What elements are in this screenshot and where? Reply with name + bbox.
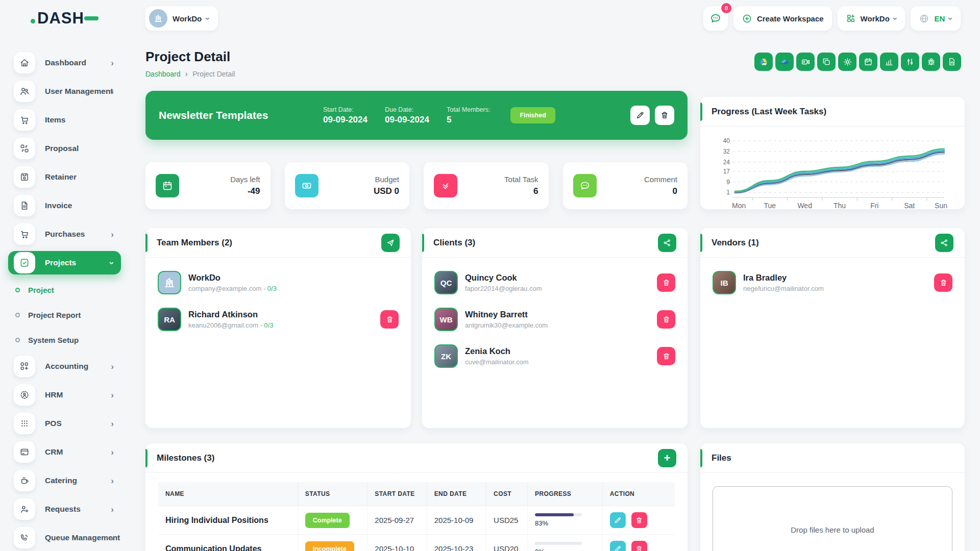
team-member-row: WorkDo company@example.com0/3 (158, 271, 399, 294)
calendar-button[interactable] (859, 53, 877, 71)
send-icon (386, 238, 395, 247)
status-badge: Incomplete (305, 541, 354, 551)
sidebar-item-pos[interactable]: POS (8, 412, 121, 435)
sidebar-item-hrm[interactable]: HRM (8, 383, 121, 407)
sidebar-subitem-project[interactable]: Project (15, 280, 121, 300)
chevron-down-icon (947, 17, 955, 20)
sidebar-item-retainer[interactable]: Retainer (8, 165, 121, 189)
client-row: QC Quincy Cook fapor22014@oglerau.com (434, 271, 675, 294)
remove-vendor-button[interactable] (934, 273, 952, 292)
sidebar-item-invoice[interactable]: Invoice (8, 194, 121, 217)
sidebar-item-projects[interactable]: Projects (8, 251, 121, 274)
col-name: NAME (158, 482, 298, 506)
delete-milestone-button[interactable] (631, 512, 647, 528)
card-icon (14, 441, 35, 463)
sidebar-subitem-project-report[interactable]: Project Report (15, 305, 121, 325)
stats-row: Days left -49 Budget USD 0 Total Task 6 … (145, 162, 688, 209)
video-meeting-button[interactable] (796, 53, 815, 71)
sidebar-item-dashboard[interactable]: Dashboard (8, 51, 121, 74)
sidebar-item-accounting[interactable]: Accounting (8, 355, 121, 378)
project-actions (630, 106, 674, 125)
bug-report-button[interactable] (922, 53, 940, 71)
trash-icon (385, 315, 394, 324)
plus-circle-icon (742, 13, 752, 24)
messages-button[interactable]: 0 (703, 6, 728, 31)
client-row: ZK Zenia Koch cuve@mailinator.com (434, 344, 675, 368)
edit-project-button[interactable] (630, 106, 650, 125)
sliders-icon (905, 57, 915, 66)
edit-milestone-button[interactable] (610, 512, 626, 528)
delete-milestone-button[interactable] (631, 541, 647, 551)
google-drive-icon (758, 57, 769, 67)
file-report-button[interactable] (943, 53, 961, 71)
card-header: Vendors (1) (700, 228, 965, 258)
add-milestone-button[interactable]: + (658, 449, 676, 467)
create-workspace-button[interactable]: Create Workspace (733, 6, 832, 31)
copy-button[interactable] (817, 53, 836, 71)
dash-logo[interactable]: DASH (0, 9, 129, 28)
svg-text:Thu: Thu (834, 202, 846, 210)
team-members-title: Team Members (2) (157, 238, 232, 248)
sidebar-item-queue-management[interactable]: Queue Management (8, 526, 121, 549)
share-icon (940, 238, 949, 247)
project-summary-banner: Newsletter Templates Start Date: 09-09-2… (145, 91, 688, 140)
workspace-selector[interactable]: WorkDo (145, 6, 218, 31)
remove-client-button[interactable] (657, 347, 675, 365)
edit-milestone-button[interactable] (610, 541, 626, 551)
sidebar-subitem-system-setup[interactable]: System Setup (15, 330, 121, 350)
language-code: EN (934, 14, 945, 23)
remove-member-button[interactable] (380, 310, 399, 329)
avatar: WB (434, 308, 458, 331)
breadcrumb: Dashboard Project Detail (145, 69, 235, 78)
stat-days-left: Days left -49 (145, 162, 271, 209)
sidebar-item-crm[interactable]: CRM (8, 440, 121, 464)
onedrive-button[interactable] (775, 53, 794, 71)
coffee-icon (14, 470, 35, 491)
language-selector[interactable]: EN (911, 6, 961, 31)
invite-member-button[interactable] (381, 234, 400, 252)
chat-bubble-icon (573, 174, 597, 197)
col-progress: PROGRESS (528, 482, 603, 506)
sidebar-item-user-management[interactable]: User Management (8, 80, 121, 103)
progress-bar (535, 542, 582, 545)
cart-icon (14, 109, 35, 131)
milestones-title: Milestones (3) (157, 453, 214, 463)
delete-project-button[interactable] (655, 106, 674, 125)
breadcrumb-current: Project Detail (192, 70, 235, 78)
share-vendors-button[interactable] (935, 234, 953, 252)
team-member-row: RA Richard Atkinson keanu2006@gmail.com0… (158, 308, 399, 331)
accent-bar (145, 449, 148, 467)
share-clients-button[interactable] (658, 234, 676, 252)
settings-button[interactable] (838, 53, 856, 71)
trash-icon (635, 545, 643, 551)
app-switcher-button[interactable]: WorkDo (838, 6, 905, 31)
stat-total-task: Total Task 6 (424, 162, 549, 209)
svg-text:Fri: Fri (870, 202, 878, 210)
logo-dot-accent (31, 19, 35, 23)
sidebar-item-proposal[interactable]: Proposal (8, 137, 121, 160)
sliders-button[interactable] (901, 53, 919, 71)
onedrive-icon (779, 57, 790, 67)
sidebar-item-items[interactable]: Items (8, 108, 121, 132)
files-title: Files (712, 453, 731, 463)
google-drive-button[interactable] (754, 53, 773, 71)
sidebar-item-purchases[interactable]: Purchases (8, 222, 121, 246)
svg-text:32: 32 (723, 148, 730, 155)
chart-button[interactable] (880, 53, 898, 71)
sidebar-item-catering[interactable]: Catering (8, 469, 121, 492)
remove-client-button[interactable] (657, 310, 675, 329)
create-workspace-label: Create Workspace (757, 14, 824, 23)
page-head: Project Detail Dashboard Project Detail (145, 49, 235, 78)
clients-card: Clients (3) QC Quincy Cook fapor22014@og… (422, 228, 688, 428)
due-date-block: Due Date: 09-09-2024 (385, 106, 429, 125)
file-dropzone[interactable]: Drop files here to upload (713, 486, 952, 551)
logo-text: DASH (37, 9, 84, 28)
stat-budget: Budget USD 0 (285, 162, 410, 209)
bar-chart-icon (885, 57, 894, 66)
breadcrumb-dashboard-link[interactable]: Dashboard (145, 70, 181, 78)
notification-badge: 0 (721, 3, 731, 13)
remove-client-button[interactable] (657, 273, 675, 292)
sidebar-item-requests[interactable]: Requests (8, 497, 121, 521)
svg-text:Wed: Wed (797, 202, 812, 210)
chevron-right-icon (111, 87, 114, 96)
